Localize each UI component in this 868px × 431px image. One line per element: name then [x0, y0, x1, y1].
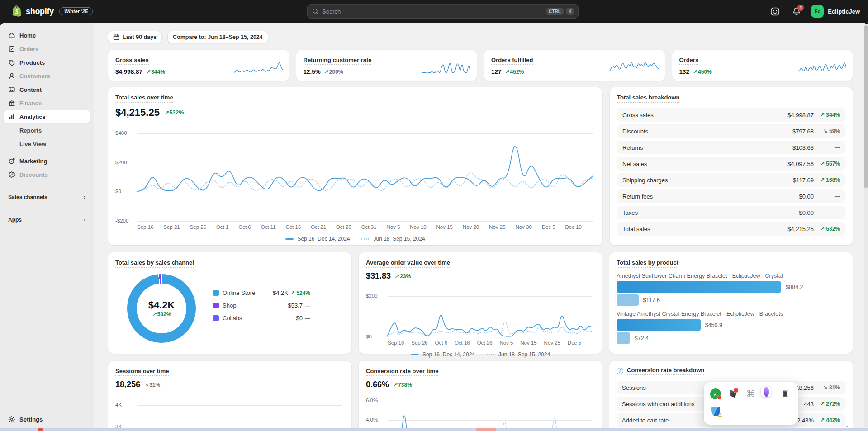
sales-by-product-card: Total sales by product Amethyst Sunflowe…: [609, 252, 853, 354]
sessions-delta: ↘31%: [144, 382, 160, 388]
row-value: $117.69: [793, 177, 814, 184]
tower-icon[interactable]: ♜: [780, 388, 791, 399]
bar-value: $884.2: [786, 284, 803, 290]
ctrl-key: CTRL: [546, 8, 564, 15]
table-row[interactable]: Return fees$0.00—: [617, 189, 845, 203]
header-actions: 1 Ec EclipticJew: [768, 4, 860, 19]
donut-center-delta: ↗532%: [152, 311, 171, 317]
table-row[interactable]: Discounts-$797.68↘ 59%: [617, 124, 845, 138]
sidebar-item-products[interactable]: Products: [4, 56, 90, 69]
metric-title[interactable]: Orders: [679, 57, 699, 65]
sidebar-item-settings[interactable]: Settings: [4, 413, 90, 426]
metric-card-orders[interactable]: Orders 132 ↗450%: [672, 50, 853, 81]
sidebar-item-label: Products: [19, 59, 45, 66]
aov-delta: ↗23%: [394, 273, 411, 279]
row-value: $4,097.56: [787, 161, 814, 167]
table-row[interactable]: Gross sales$4,998.87↗ 344%: [617, 108, 845, 122]
legend-entry: Jun 18–Sep 15, 2024: [487, 351, 550, 358]
compare-button[interactable]: Compare to: Jun 18–Sep 15, 2024: [168, 31, 268, 43]
notifications-button[interactable]: 1: [789, 4, 804, 19]
legend-swatch: [487, 354, 495, 355]
table-row[interactable]: Taxes$0.00—: [617, 206, 845, 219]
x-axis-tick: Oct 16: [285, 224, 301, 230]
channel-legend-item[interactable]: Shop$53.7 —: [213, 302, 344, 309]
sidebar-item-live-view[interactable]: Live View: [4, 137, 90, 150]
brand-name: shopify: [26, 7, 54, 16]
section-label: Sales channels: [8, 194, 47, 200]
metric-title[interactable]: Orders fulfilled: [491, 57, 533, 65]
shield-warning-icon[interactable]: [710, 406, 721, 417]
card-title[interactable]: Total sales breakdown: [617, 94, 679, 103]
sparkline-chart: [797, 61, 846, 74]
sidebar-item-discounts[interactable]: Discounts: [4, 168, 90, 181]
row-delta: ↗ 442%: [819, 417, 840, 423]
shopify-logo[interactable]: shopify: [12, 5, 54, 17]
current-period-bar: [617, 319, 701, 331]
ribbon-alert-icon[interactable]: [728, 388, 739, 399]
sidebar-item-analytics[interactable]: Analytics: [4, 110, 90, 123]
sidebar-item-orders[interactable]: Orders: [4, 43, 90, 55]
table-row[interactable]: Total sales$4,215.25↗ 532%: [617, 222, 845, 236]
channel-legend-item[interactable]: Collabs$0 —: [213, 315, 344, 322]
clover-icon[interactable]: ⌘: [745, 388, 756, 399]
sidebar-section-apps[interactable]: Apps›: [4, 213, 90, 226]
table-row[interactable]: Net sales$4,097.56↗ 557%: [617, 157, 845, 171]
card-title[interactable]: Conversion rate breakdown: [627, 367, 704, 375]
x-axis-tick: Sep 16: [137, 224, 153, 230]
inbox-button[interactable]: [768, 4, 782, 19]
table-row[interactable]: Returns-$103.63—: [617, 141, 845, 154]
aov-over-time-card: Average order value over time $31.83 ↗23…: [359, 252, 602, 354]
metric-value: 12.5%: [304, 68, 321, 75]
metric-card-returning-rate[interactable]: Returning customer rate 12.5% ↗200%: [296, 50, 477, 81]
card-title[interactable]: Total sales by sales channel: [115, 259, 194, 268]
store-menu[interactable]: Ec EclipticJew: [811, 5, 860, 18]
metric-card-orders-fulfilled[interactable]: Orders fulfilled 127 ↗452%: [484, 50, 665, 81]
table-row[interactable]: Shipping charges$117.69↗ 168%: [617, 173, 845, 187]
scrollbar-track[interactable]: [864, 24, 868, 427]
check-badge-icon[interactable]: ✓: [710, 388, 721, 399]
scrollbar-thumb[interactable]: [864, 25, 868, 188]
sidebar-item-reports[interactable]: Reports: [4, 124, 90, 137]
product-bars: Amethyst Sunflower Charm Energy Bracelet…: [617, 273, 845, 344]
x-axis-tick: Nov 25: [489, 224, 505, 230]
info-icon[interactable]: i: [617, 368, 623, 374]
sidebar-item-content[interactable]: Content: [4, 83, 90, 96]
bottom-pill: [476, 428, 496, 431]
row-label: Discounts: [622, 128, 791, 135]
total-sales-line-chart: $400$200$0-$200Sep 16Sep 21Sep 26Oct 1Oc…: [115, 127, 595, 242]
product-item[interactable]: Vintage Amethyst Crystal Energy Bracelet…: [617, 311, 845, 344]
metric-title[interactable]: Gross sales: [115, 57, 149, 65]
filters-toolbar: Last 90 days Compare to: Jun 18–Sep 15, …: [108, 31, 853, 43]
card-title[interactable]: Total sales over time: [115, 94, 173, 103]
metric-title[interactable]: Returning customer rate: [304, 57, 372, 65]
card-title[interactable]: Average order value over time: [366, 259, 450, 268]
card-title[interactable]: Sessions over time: [115, 368, 169, 376]
channel-legend-item[interactable]: Online Store$4.2K ↗ 524%: [213, 289, 344, 296]
search-input[interactable]: Search CTRL K: [307, 4, 579, 19]
sparkline-chart: [610, 61, 659, 74]
version-badge[interactable]: Winter '25: [59, 7, 93, 15]
bar-value: $72.4: [635, 335, 649, 341]
sidebar-item-home[interactable]: Home: [4, 29, 90, 42]
channel-value: $0 —: [269, 315, 310, 322]
sidebar-item-customers[interactable]: Customers: [4, 70, 90, 82]
bottom-window-edge: ▾: [0, 428, 868, 431]
legend-swatch: [411, 354, 419, 355]
channel-name: Collabs: [223, 315, 269, 322]
sidebar-item-marketing[interactable]: Marketing: [4, 155, 90, 167]
section-label: Apps: [8, 217, 22, 223]
product-item[interactable]: Amethyst Sunflower Charm Energy Bracelet…: [617, 273, 845, 306]
channel-value: $4.2K ↗ 524%: [269, 289, 310, 296]
row-delta: —: [819, 209, 840, 216]
sidebar-section-sales-channels[interactable]: Sales channels›: [4, 191, 90, 204]
card-title[interactable]: Conversion rate over time: [366, 368, 438, 376]
sidebar: HomeOrdersProductsCustomersContentFinanc…: [0, 23, 94, 431]
row-delta: ↗ 557%: [819, 161, 840, 167]
metric-card-gross-sales[interactable]: Gross sales $4,998.87 ↗344%: [108, 50, 289, 81]
y-axis-tick: $200: [366, 293, 378, 298]
feather-icon[interactable]: [761, 386, 772, 397]
sidebar-item-finance[interactable]: Finance: [4, 97, 90, 109]
date-range-button[interactable]: Last 90 days: [108, 31, 161, 43]
card-title[interactable]: Total sales by product: [617, 259, 678, 268]
sales-by-channel-card: Total sales by sales channel $4.2K ↗532%…: [108, 252, 351, 354]
